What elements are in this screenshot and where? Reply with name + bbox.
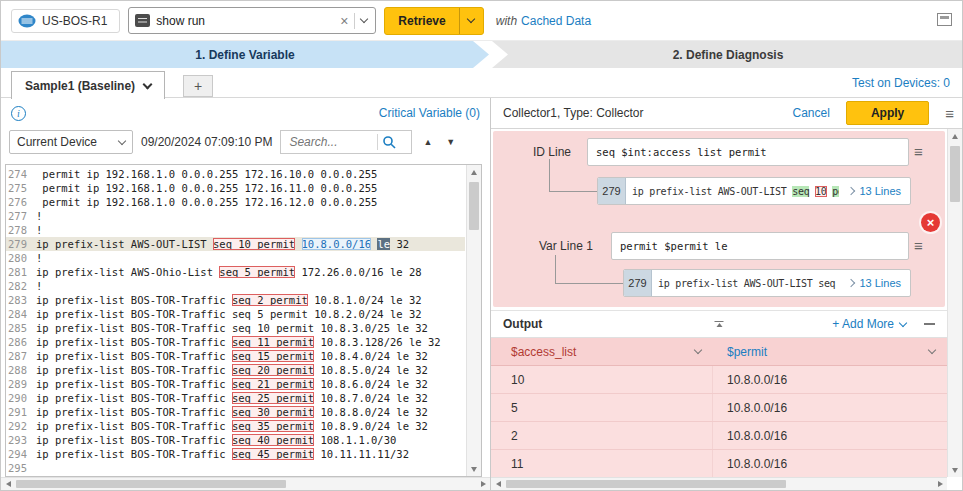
code-line[interactable]: 293ip prefix-list BOS-TOR-Traffic seq 40…: [6, 433, 465, 447]
retrieve-dropdown[interactable]: [459, 8, 483, 34]
code-line[interactable]: 280!: [6, 251, 465, 265]
step-define-diagnosis[interactable]: 2. Define Diagnosis: [492, 41, 963, 68]
code-line[interactable]: 284ip prefix-list BOS-TOR-Traffic seq 5 …: [6, 307, 465, 321]
add-sample-tab-button[interactable]: +: [183, 75, 213, 97]
device-selector[interactable]: US-BOS-R1: [11, 9, 120, 33]
column-dropdown-icon[interactable]: [928, 346, 936, 354]
search-divider: [377, 134, 378, 150]
code-line[interactable]: 289ip prefix-list BOS-TOR-Traffic seq 21…: [6, 377, 465, 391]
code-line[interactable]: 286ip prefix-list BOS-TOR-Traffic seq 11…: [6, 335, 465, 349]
column-dropdown-icon[interactable]: [694, 346, 702, 354]
retrieve-button[interactable]: Retrieve: [385, 8, 458, 34]
code-line[interactable]: 285ip prefix-list BOS-TOR-Traffic seq 10…: [6, 321, 465, 335]
right-vertical-scrollbar[interactable]: [947, 129, 962, 477]
cancel-button[interactable]: Cancel: [793, 106, 830, 120]
search-input[interactable]: [289, 135, 375, 149]
scroll-up-arrow[interactable]: [948, 129, 962, 143]
scroll-right-arrow[interactable]: [933, 478, 947, 490]
id-line-menu-icon[interactable]: ≡: [914, 144, 923, 159]
code-line[interactable]: 278!: [6, 223, 465, 237]
scroll-left-arrow[interactable]: [491, 478, 505, 490]
code-line[interactable]: 290ip prefix-list BOS-TOR-Traffic seq 25…: [6, 391, 465, 405]
text-segment: 10: [815, 186, 826, 197]
id-match-lines-link[interactable]: 13 Lines: [839, 185, 910, 197]
code-line[interactable]: 281ip prefix-list AWS-Ohio-List seq 5 pe…: [6, 265, 465, 279]
code-line[interactable]: 287ip prefix-list BOS-TOR-Traffic seq 15…: [6, 349, 465, 363]
scroll-right-arrow[interactable]: [476, 478, 490, 490]
critical-variable-link[interactable]: Critical Variable (0): [379, 106, 480, 120]
id-line-match-row[interactable]: 279 ip prefix-list AWS-OUT-LIST seq 10 p…: [597, 177, 911, 205]
output-table-row[interactable]: 1010.8.0.0/16: [491, 366, 947, 394]
step-define-variable[interactable]: 1. Define Variable: [1, 41, 489, 68]
output-table-row[interactable]: 210.8.0.0/16: [491, 422, 947, 450]
cached-data-link[interactable]: Cached Data: [521, 14, 591, 28]
retrieve-split-button[interactable]: Retrieve: [384, 7, 483, 35]
output-table-row[interactable]: 1110.8.0.0/16: [491, 450, 947, 477]
add-more-link[interactable]: + Add More: [832, 317, 906, 331]
test-on-devices-link[interactable]: Test on Devices: 0: [852, 68, 950, 98]
device-scope-select[interactable]: Current Device: [9, 130, 133, 154]
scroll-down-arrow[interactable]: [948, 463, 962, 477]
clear-command-icon[interactable]: ×: [340, 14, 348, 28]
find-previous-button[interactable]: ▲: [420, 135, 435, 149]
left-panel-controls: Current Device 09/20/2024 07:09:10 PM ▲ …: [9, 129, 486, 155]
search-box[interactable]: [280, 130, 412, 154]
line-text: !: [36, 251, 465, 265]
id-line-input[interactable]: [587, 138, 909, 166]
text-segment: ip prefix-list BOS-TOR-Traffic: [36, 350, 232, 362]
code-line[interactable]: 277!: [6, 209, 465, 223]
code-line[interactable]: 279ip prefix-list AWS-OUT-LIST seq 10 pe…: [6, 237, 465, 251]
step2-label: 2. Define Diagnosis: [673, 48, 784, 62]
scroll-down-arrow[interactable]: [467, 462, 481, 476]
collector-title: Collector1, Type: Collector: [503, 106, 644, 120]
find-next-button[interactable]: ▼: [443, 135, 458, 149]
command-dropdown-icon[interactable]: [360, 15, 368, 23]
code-line[interactable]: 294ip prefix-list BOS-TOR-Traffic seq 45…: [6, 447, 465, 461]
code-line[interactable]: 291ip prefix-list BOS-TOR-Traffic seq 30…: [6, 405, 465, 419]
scrollbar-thumb[interactable]: [469, 182, 479, 230]
scrollbar-thumb[interactable]: [506, 480, 786, 488]
code-line[interactable]: 292ip prefix-list BOS-TOR-Traffic seq 35…: [6, 419, 465, 433]
permit-cell: 10.8.0.0/16: [713, 394, 947, 421]
scrollbar-thumb[interactable]: [16, 480, 286, 488]
code-line[interactable]: 288ip prefix-list BOS-TOR-Traffic seq 20…: [6, 363, 465, 377]
scrollbar-thumb[interactable]: [950, 146, 960, 202]
config-vertical-scrollbar[interactable]: [466, 165, 481, 476]
sample-tab-chevron-icon[interactable]: [143, 79, 153, 89]
command-combobox[interactable]: show run ×: [128, 7, 376, 34]
code-line[interactable]: 283ip prefix-list BOS-TOR-Traffic seq 2 …: [6, 293, 465, 307]
search-icon[interactable]: [382, 135, 396, 149]
line-text: ip prefix-list BOS-TOR-Traffic seq 40 pe…: [36, 433, 465, 447]
tab-sample1-baseline[interactable]: Sample1 (Baseline): [11, 71, 165, 99]
minimize-section-icon[interactable]: [924, 323, 935, 325]
code-line[interactable]: 274 permit ip 192.168.1.0 0.0.0.255 172.…: [6, 167, 465, 181]
text-segment: ip prefix-list BOS-TOR-Traffic seq 5 per…: [36, 308, 422, 320]
output-section-header: Output + Add More: [491, 310, 947, 338]
text-segment: ip prefix-list BOS-TOR-Traffic: [36, 448, 232, 460]
text-segment: le: [377, 238, 390, 250]
left-horizontal-scrollbar[interactable]: [1, 477, 490, 490]
var-line-match-row[interactable]: 279 ip prefix-list AWS-OUT-LIST seq 10..…: [623, 269, 911, 297]
code-line[interactable]: 275 permit ip 192.168.1.0 0.0.0.255 172.…: [6, 181, 465, 195]
info-icon[interactable]: i: [11, 106, 26, 121]
line-text: !: [36, 279, 465, 293]
right-horizontal-scrollbar[interactable]: [491, 477, 947, 490]
line-number: 280: [6, 251, 36, 265]
text-segment: seq 25 permit: [232, 392, 314, 404]
code-line[interactable]: 282!: [6, 279, 465, 293]
remove-variable-button[interactable]: ×: [921, 213, 940, 232]
var-line-menu-icon[interactable]: ≡: [914, 238, 923, 253]
var-match-lines-link[interactable]: 13 Lines: [839, 277, 910, 289]
code-line[interactable]: 295: [6, 461, 465, 475]
scroll-up-arrow[interactable]: [467, 165, 481, 179]
text-segment: 10.8.0.0/16: [302, 238, 372, 250]
collector-menu-icon[interactable]: ≡: [945, 106, 954, 121]
scroll-left-arrow[interactable]: [1, 478, 15, 490]
output-table-row[interactable]: 510.8.0.0/16: [491, 394, 947, 422]
var-line-input[interactable]: [611, 232, 909, 260]
collapse-section-icon[interactable]: [715, 321, 724, 328]
text-segment: ip prefix-list BOS-TOR-Traffic: [36, 434, 232, 446]
code-line[interactable]: 276 permit ip 192.168.1.0 0.0.0.255 172.…: [6, 195, 465, 209]
apply-button[interactable]: Apply: [846, 101, 929, 125]
window-restore-icon[interactable]: [937, 13, 952, 26]
